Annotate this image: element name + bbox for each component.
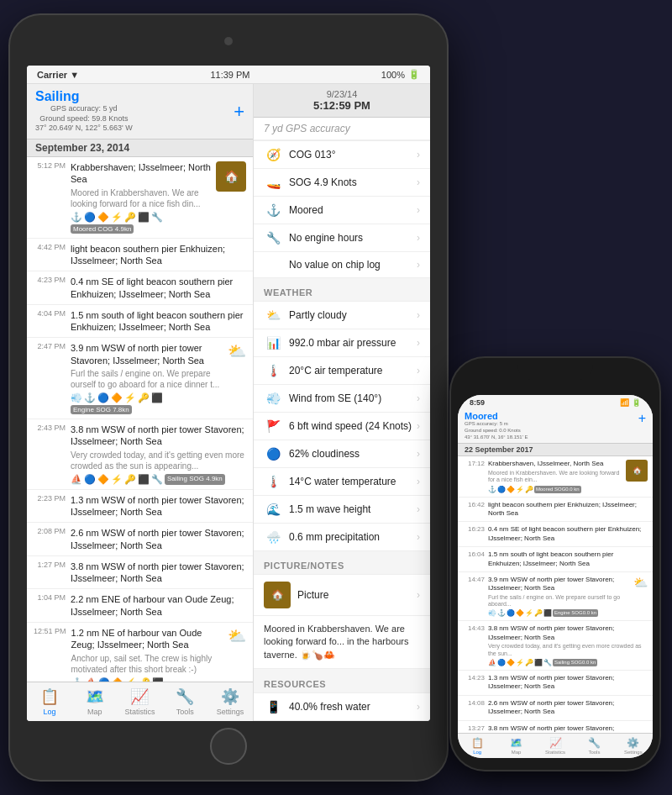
detail-row-engine[interactable]: 🔧 No engine hours › — [254, 224, 430, 252]
weather-icon: ⛅ — [228, 342, 246, 361]
resources-section: RESOURCES 📱 40.0% fresh water › 🔋 11.6V … — [254, 676, 430, 721]
iphone-tab-settings[interactable]: ⚙️ Settings — [614, 735, 653, 756]
list-item[interactable]: 16:04 1.5 nm south of light beacon south… — [458, 547, 653, 572]
log-list-scroll[interactable]: September 23, 2014 5:12 PM Krabbershaven… — [27, 140, 253, 682]
chevron-icon: › — [417, 448, 420, 460]
nav-title: Sailing GPS accuracy: 5 yd Ground speed:… — [35, 89, 133, 134]
weather-icon-2: ⛅ — [228, 627, 246, 645]
ipad-carrier: Carrier ▼ — [37, 70, 79, 80]
chevron-icon: › — [417, 589, 420, 601]
detail-row-wind-dir[interactable]: 💨 Wind from SE (140°) › — [254, 384, 430, 413]
detail-row-freshwater[interactable]: 📱 40.0% fresh water › — [254, 692, 430, 721]
detail-row-water-temp[interactable]: 🌡️ 14°C water temperature › — [254, 467, 430, 496]
picture-row[interactable]: 🏠 Picture › — [254, 574, 430, 616]
detail-row-wave[interactable]: 🌊 1.5 m wave height › — [254, 495, 430, 524]
chevron-icon: › — [417, 232, 420, 244]
detail-row-cog[interactable]: 🧭 COG 013° › — [254, 140, 430, 169]
picture-section-header: PICTURE/NOTES — [254, 557, 430, 574]
entry-thumbnail: 🏠 — [216, 161, 246, 192]
tab-statistics[interactable]: 📈 Statistics — [118, 686, 163, 718]
detail-row-cloudiness[interactable]: 🔵 62% cloudiness › — [254, 440, 430, 468]
detail-row-chiplog[interactable]: No value on chip log › — [254, 251, 430, 278]
detail-row-air-temp[interactable]: 🌡️ 20°C air temperature › — [254, 356, 430, 385]
wind-speed-icon: 🚩 — [264, 419, 282, 433]
detail-row-partly-cloudy[interactable]: ⛅ Partly cloudy › — [254, 301, 430, 329]
tab-map[interactable]: 🗺️ Map — [72, 686, 118, 718]
list-item[interactable]: 5:12 PM Krabbershaven; IJsselmeer; North… — [27, 157, 253, 239]
detail-row-wind-speed[interactable]: 🚩 6 bft wind speed (24 Knots) › — [254, 412, 430, 440]
list-item[interactable]: 14:08 2.6 nm WSW of north pier tower Sta… — [458, 696, 653, 721]
weather-icon: ⛅ — [633, 576, 648, 589]
engine-icon: 🔧 — [264, 231, 282, 245]
list-item[interactable]: 14:47 3.9 nm WSW of north pier tower Sta… — [458, 572, 653, 622]
list-item[interactable]: 13:27 3.8 nm WSW of north pier tower Sta… — [458, 721, 653, 733]
iphone-time: 8:59 — [470, 398, 485, 407]
iphone-nav-bar: Moored GPS accuracy: 5 m Ground speed: 0… — [458, 408, 653, 444]
list-item[interactable]: 2:08 PM 2.6 nm WSW of north pier tower S… — [27, 523, 253, 556]
ipad-time: 11:39 PM — [210, 70, 249, 80]
cog-icon: 🧭 — [264, 148, 282, 161]
iphone-add-button[interactable]: + — [638, 411, 646, 426]
list-item[interactable]: 12:51 PM 1.2 nm NE of harbour van Oude Z… — [27, 623, 253, 682]
chevron-icon: › — [417, 204, 420, 216]
wind-dir-icon: 💨 — [264, 392, 282, 405]
detail-header: 9/23/14 5:12:59 PM — [254, 84, 430, 118]
list-item[interactable]: 17:12 Krabbershaven, IJsselmeer, North S… — [458, 456, 653, 497]
weather-section-header: WEATHER — [254, 284, 430, 301]
tools-tab-icon: 🔧 — [176, 687, 194, 706]
iphone-tab-map[interactable]: 🗺️ Map — [496, 735, 535, 756]
list-item[interactable]: 2:43 PM 3.8 nm WSW of north pier tower S… — [27, 419, 253, 490]
iphone-tab-statistics[interactable]: 📈 Statistics — [536, 735, 575, 756]
detail-row-pressure[interactable]: 📊 992.0 mbar air pressure › — [254, 329, 430, 357]
list-item[interactable]: 14:43 3.8 nm WSW of north pier tower Sta… — [458, 621, 653, 671]
list-item[interactable]: 16:42 light beacon southern pier Enkhuiz… — [458, 498, 653, 523]
ipad-battery: 100% 🔋 — [381, 69, 420, 80]
map-tab-icon: 🗺️ — [86, 687, 104, 706]
add-log-button[interactable]: + — [234, 101, 244, 123]
wifi-icon: 📶 — [620, 398, 629, 407]
list-item[interactable]: 1:27 PM 3.8 nm WSW of north pier tower S… — [27, 556, 253, 590]
detail-row-battery[interactable]: 🔋 11.6V battery voltage › — [254, 720, 430, 721]
chevron-icon: › — [417, 476, 420, 487]
iphone-notch — [517, 358, 593, 380]
tab-log[interactable]: 📋 Log — [27, 686, 72, 718]
picture-section: PICTURE/NOTES 🏠 Picture › Moored in Krab… — [254, 557, 430, 669]
list-item[interactable]: 2:47 PM 3.9 nm WSW of north pier tower S… — [27, 338, 253, 419]
iphone-status-bar: 8:59 📶 🔋 — [458, 395, 653, 408]
list-item[interactable]: 1:04 PM 2.2 nm ENE of harbour van Oude Z… — [27, 589, 253, 623]
list-item[interactable]: 2:23 PM 1.3 nm WSW of north pier tower S… — [27, 490, 253, 524]
iphone-date-header: 22 September 2017 — [458, 444, 653, 456]
ipad-home-button[interactable] — [210, 728, 247, 765]
list-item[interactable]: 14:23 1.3 nm WSW of north pier tower Sta… — [458, 671, 653, 696]
list-item[interactable]: 4:04 PM 1.5 nm south of light beacon sou… — [27, 305, 253, 339]
tab-settings[interactable]: ⚙️ Settings — [207, 686, 253, 718]
weather-section: WEATHER ⛅ Partly cloudy › 📊 992.0 mbar a… — [254, 284, 430, 550]
list-item[interactable]: 4:23 PM 0.4 nm SE of light beacon southe… — [27, 271, 253, 305]
iphone-tab-log[interactable]: 📋 Log — [458, 735, 496, 756]
detail-row-moored[interactable]: ⚓ Moored › — [254, 196, 430, 224]
iphone-tab-tools[interactable]: 🔧 Tools — [575, 735, 613, 756]
chevron-icon: › — [417, 149, 420, 161]
chevron-icon: › — [417, 176, 420, 188]
iphone-nav-title: Moored — [465, 411, 528, 421]
chevron-icon: › — [417, 392, 420, 404]
detail-row-sog[interactable]: 🚤 SOG 4.9 Knots › — [254, 168, 430, 197]
tab-tools[interactable]: 🔧 Tools — [162, 686, 207, 718]
partly-cloudy-icon: ⛅ — [264, 308, 282, 322]
sog-icon: 🚤 — [264, 176, 282, 189]
log-list-header: Sailing GPS accuracy: 5 yd Ground speed:… — [27, 84, 253, 140]
moored-icon: ⚓ — [264, 203, 282, 217]
wave-icon: 🌊 — [264, 503, 282, 516]
ipad-device: Carrier ▼ 11:39 PM 100% 🔋 Sailing GPS ac… — [10, 15, 447, 780]
ipad-camera — [224, 37, 233, 45]
iphone-tab-bar: 📋 Log 🗺️ Map 📈 Statistics 🔧 Tools ⚙️ Set… — [458, 733, 653, 758]
chevron-icon: › — [417, 503, 420, 515]
iphone-device: 8:59 📶 🔋 Moored GPS accuracy: 5 m Ground… — [451, 358, 659, 770]
iphone-log-scroll[interactable]: 17:12 Krabbershaven, IJsselmeer, North S… — [458, 456, 653, 733]
picture-thumbnail: 🏠 — [264, 582, 291, 608]
ipad-status-bar: Carrier ▼ 11:39 PM 100% 🔋 — [27, 66, 430, 84]
list-item[interactable]: 4:42 PM light beacon southern pier Enkhu… — [27, 239, 253, 272]
chevron-icon: › — [417, 365, 420, 376]
detail-row-precipitation[interactable]: 🌧️ 0.6 mm precipitation › — [254, 523, 430, 551]
list-item[interactable]: 16:23 0.4 nm SE of light beacon southern… — [458, 522, 653, 547]
